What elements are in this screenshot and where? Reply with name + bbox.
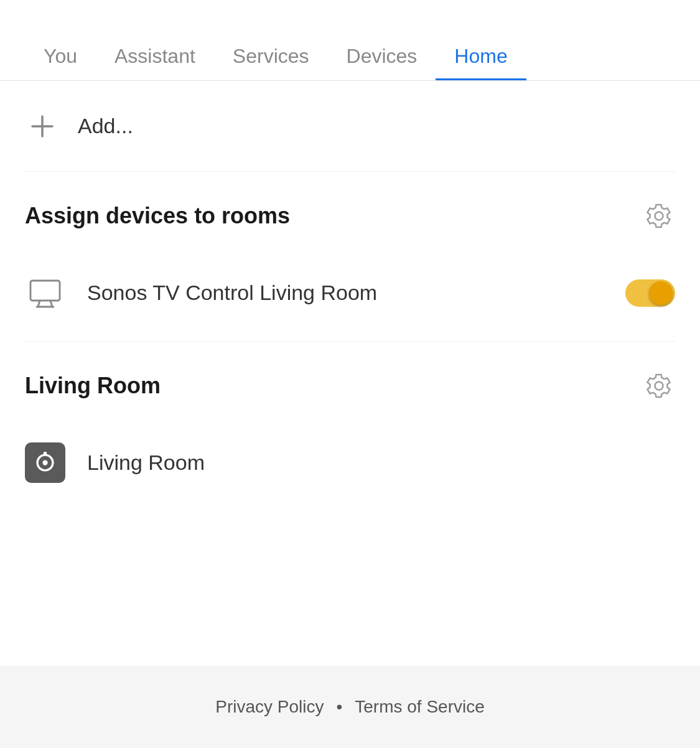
assign-devices-header: Assign devices to rooms xyxy=(25,172,675,254)
nav-tabs: You Assistant Services Devices Home xyxy=(0,0,700,81)
terms-of-service-link[interactable]: Terms of Service xyxy=(355,697,485,717)
tab-home[interactable]: Home xyxy=(436,32,526,80)
speaker-icon xyxy=(25,442,65,483)
living-room-header: Living Room xyxy=(25,342,675,424)
main-content: Add... Assign devices to rooms xyxy=(0,81,700,666)
footer: Privacy Policy • Terms of Service xyxy=(0,666,700,748)
toggle-track xyxy=(625,279,675,307)
assign-devices-gear[interactable] xyxy=(643,200,675,232)
footer-separator: • xyxy=(336,697,342,717)
tab-assistant[interactable]: Assistant xyxy=(96,32,214,80)
tab-devices[interactable]: Devices xyxy=(328,32,436,80)
add-icon xyxy=(25,109,59,143)
toggle-thumb xyxy=(649,281,673,305)
living-room-device-name: Living Room xyxy=(87,451,675,475)
svg-point-7 xyxy=(42,460,47,465)
assign-devices-title: Assign devices to rooms xyxy=(25,203,290,229)
living-room-speaker-row: Living Room xyxy=(25,424,675,511)
privacy-policy-link[interactable]: Privacy Policy xyxy=(215,697,324,717)
living-room-section: Living Room Living Room xyxy=(25,342,675,511)
sonos-tv-row: Sonos TV Control Living Room xyxy=(25,254,675,341)
tv-icon xyxy=(25,273,65,313)
living-room-title: Living Room xyxy=(25,373,161,399)
add-row[interactable]: Add... xyxy=(25,81,675,172)
add-label: Add... xyxy=(78,114,133,138)
living-room-gear[interactable] xyxy=(643,370,675,402)
sonos-tv-toggle[interactable] xyxy=(625,279,675,307)
svg-rect-2 xyxy=(30,281,60,301)
tab-you[interactable]: You xyxy=(25,32,96,80)
svg-line-4 xyxy=(50,301,52,307)
speaker-bg xyxy=(25,442,65,483)
tab-services[interactable]: Services xyxy=(214,32,328,80)
sonos-tv-name: Sonos TV Control Living Room xyxy=(87,281,625,305)
svg-line-3 xyxy=(38,301,40,307)
svg-point-8 xyxy=(44,452,47,456)
assign-devices-section: Assign devices to rooms Sonos TV Control… xyxy=(25,172,675,341)
